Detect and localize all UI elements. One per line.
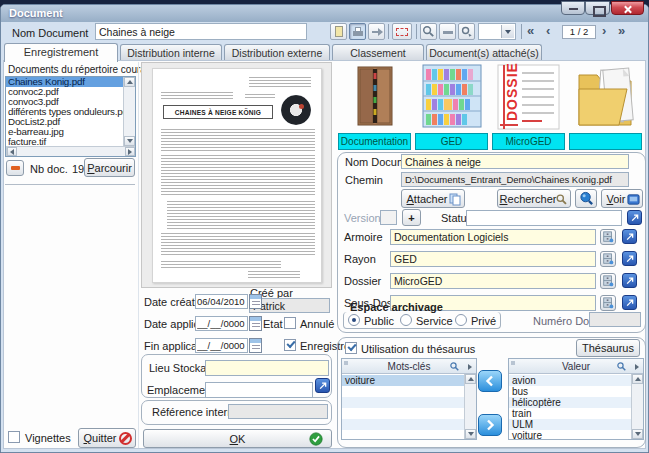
keyword-row[interactable] [342,386,464,397]
parcourir-button[interactable]: Parcourir [84,158,135,177]
dossier-select[interactable]: MicroGED [390,273,596,289]
keyword-row[interactable] [342,397,464,408]
zoom-button[interactable] [420,23,437,40]
file-item[interactable]: DocList2.pdf [6,117,123,127]
scroll-up-button[interactable] [632,374,643,384]
emplacement-edit-button[interactable] [315,378,330,393]
nom-document-input[interactable] [95,23,307,40]
vertical-scrollbar[interactable] [631,374,643,439]
transfer-left-button[interactable] [478,370,502,392]
file-item[interactable]: convoc2.pdf [6,87,123,97]
search-icon[interactable] [449,361,460,372]
nav-next-button[interactable]: › [602,22,606,39]
voir-button[interactable]: Voir [601,189,643,208]
transfer-right-button[interactable] [478,414,502,436]
scroll-left-button[interactable] [7,147,17,156]
search-icon[interactable] [616,361,627,372]
nom-document2-field[interactable]: Chaines à neige [401,154,629,169]
tile-button-ged[interactable]: GED [415,133,488,150]
pan-button[interactable] [458,23,475,40]
date-creation-input[interactable] [195,294,248,309]
rayon-browse-button[interactable] [600,251,616,267]
zoom-out-button[interactable] [439,23,456,40]
calendar-icon[interactable] [249,316,262,331]
file-item[interactable]: e-barreau.jpg [6,127,123,137]
add-version-button[interactable]: + [402,209,421,226]
minimize-button[interactable] [561,1,585,15]
value-row[interactable]: ULM [509,419,631,430]
rayon-select[interactable]: GED [390,251,596,267]
tile-button-microged[interactable]: MicroGED [492,133,565,150]
tab-enregistrement[interactable]: Enregistrement [4,43,118,62]
rayon-edit-button[interactable] [622,251,637,266]
statut-edit-button[interactable] [627,210,642,225]
selection-button[interactable] [392,23,412,40]
attacher-button[interactable]: Attacher [401,189,465,208]
scroll-up-button[interactable] [465,374,476,384]
vertical-scrollbar[interactable] [464,374,476,439]
horizontal-scrollbar[interactable] [6,146,135,156]
search-ball-button[interactable] [575,189,597,208]
keyword-row[interactable] [342,419,464,430]
tile-button-empty[interactable] [569,133,642,150]
scroll-up-button[interactable] [124,77,135,87]
radio-prive[interactable] [455,314,467,326]
quitter-button[interactable]: Quitter [78,428,136,448]
fin-application-input[interactable] [195,338,248,353]
thesaurus-button[interactable]: Thésaurus [576,339,640,357]
dossier-edit-button[interactable] [622,273,637,288]
folder-flag-button[interactable] [6,160,24,176]
scroll-right-button[interactable] [125,147,135,156]
tile-button-documentation[interactable]: Documentation Logiciels [338,133,411,150]
tile-folder-image[interactable] [569,63,642,131]
scroll-down-button[interactable] [124,136,135,146]
nav-first-button[interactable]: « [527,22,534,39]
keyword-row[interactable] [342,430,464,439]
header-arrow-icon[interactable] [468,364,472,370]
document-preview[interactable]: CHAINES À NEIGE KÖNIG [141,62,332,288]
maximize-button[interactable] [585,1,610,15]
calendar-icon[interactable] [249,338,262,353]
scroll-down-button[interactable] [465,429,476,439]
window-titlebar[interactable]: Document [1,5,648,22]
tab-distribution-externe[interactable]: Distribution externe [224,44,330,61]
close-button[interactable] [611,1,644,15]
scroll-down-button[interactable] [632,429,643,439]
value-row[interactable]: bus [509,386,631,397]
thesaurus-checkbox[interactable] [345,342,357,354]
forward-button[interactable] [368,23,385,40]
emplacement-input[interactable] [205,382,313,398]
value-row[interactable]: avion [509,375,631,386]
print-button[interactable] [349,23,366,40]
sous-dossier-browse-button[interactable] [600,295,616,311]
chevron-down-icon[interactable] [501,25,514,38]
keywords-grid[interactable]: Mots-clés voiture [341,358,477,440]
tile-bookshelf-image[interactable] [415,63,488,131]
nav-prev-button[interactable]: ‹ [546,22,550,39]
radio-public[interactable] [348,314,360,326]
nav-last-button[interactable]: » [618,22,625,39]
file-item[interactable]: différents types onduleurs.pdf [6,107,123,117]
lieu-stockage-select[interactable] [205,360,329,376]
vertical-scrollbar[interactable] [123,77,135,146]
keyword-row[interactable]: voiture [342,375,464,386]
tile-cabinet-image[interactable] [338,63,411,131]
annule-checkbox[interactable] [284,317,296,329]
armoire-select[interactable]: Documentation Logiciels [390,229,596,245]
statut-select[interactable] [466,210,622,226]
sous-dossier-edit-button[interactable] [622,295,637,310]
vignettes-checkbox[interactable] [8,431,20,443]
armoire-edit-button[interactable] [622,229,637,244]
tile-dossier-image[interactable]: DOSSIER [492,63,565,131]
file-item[interactable]: Chaines Konig.pdf [6,77,123,87]
value-row[interactable]: voiture [509,430,631,439]
calendar-icon[interactable] [249,294,262,309]
rechercher-button[interactable]: Rechercher [497,189,571,208]
enregistre-checkbox[interactable] [284,339,296,351]
tab-documents-attaches[interactable]: Document(s) attaché(s) [426,44,542,61]
tab-classement[interactable]: Classement [332,44,424,61]
radio-service[interactable] [400,314,412,326]
file-item[interactable]: convoc3.pdf [6,97,123,107]
file-list[interactable]: Chaines Konig.pdf convoc2.pdf convoc3.pd… [5,76,136,157]
dossier-browse-button[interactable] [600,273,616,289]
